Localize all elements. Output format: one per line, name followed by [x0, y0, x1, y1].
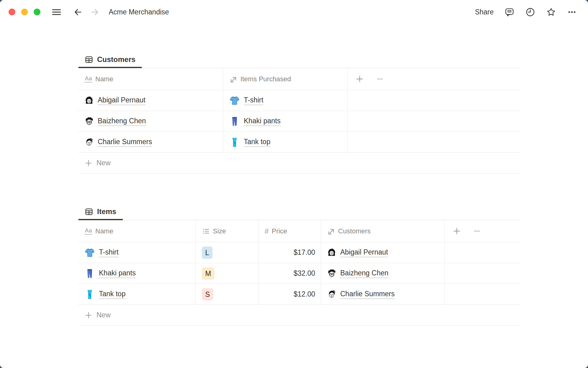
new-row-button[interactable]: New	[78, 305, 521, 326]
tank-top-emoji-icon	[85, 289, 95, 300]
tshirt-emoji-icon	[85, 247, 95, 258]
fullscreen-window-button[interactable]	[34, 9, 40, 15]
relation-link[interactable]: Baizheng Chen	[340, 269, 388, 278]
jeans-emoji-icon	[85, 268, 95, 279]
avatar-charlie-summers-icon	[327, 290, 336, 299]
page-link[interactable]: Abigail Pernaut	[98, 96, 145, 105]
empty-cell[interactable]	[348, 111, 521, 132]
price-cell[interactable]: $12.00	[258, 284, 321, 305]
new-row-button[interactable]: New	[78, 153, 521, 174]
forward-arrow-icon	[90, 7, 100, 17]
page-link[interactable]: Tank top	[99, 290, 126, 299]
name-cell[interactable]: Tank top	[78, 284, 196, 305]
column-label: Name	[95, 227, 113, 235]
name-cell[interactable]: Abigail Pernaut	[78, 90, 223, 111]
price-cell[interactable]: $17.00	[258, 242, 321, 263]
items-purchased-cell[interactable]: Tank top	[223, 132, 348, 152]
customers-cell[interactable]: Charlie Summers	[321, 284, 445, 305]
share-button[interactable]: Share	[475, 8, 494, 16]
back-arrow-icon	[73, 7, 83, 17]
size-cell[interactable]: L	[196, 242, 258, 263]
empty-cell[interactable]	[348, 132, 521, 152]
title-icon: Aa	[85, 75, 92, 82]
new-row-label: New	[96, 159, 111, 167]
avatar-baizheng-chen-icon	[327, 269, 336, 278]
relation-icon	[327, 227, 335, 235]
name-cell[interactable]: T-shirt	[78, 242, 196, 263]
empty-cell[interactable]	[445, 242, 521, 263]
table-row: T-shirt L $17.00 Abigail Pernaut	[78, 242, 521, 263]
table-options-ellipsis-icon[interactable]	[473, 227, 481, 235]
number-icon: #	[265, 227, 269, 236]
size-cell[interactable]: S	[196, 284, 258, 305]
column-header-size[interactable]: Size	[196, 220, 258, 242]
page-link[interactable]: Baizheng Chen	[98, 117, 146, 126]
column-header-items-purchased[interactable]: Items Purchased	[223, 68, 348, 90]
tshirt-emoji-icon	[229, 95, 240, 106]
back-button[interactable]	[73, 7, 83, 17]
name-cell[interactable]: Khaki pants	[78, 263, 196, 284]
customers-cell[interactable]: Abigail Pernaut	[321, 242, 445, 263]
page-title: Acme Merchandise	[109, 8, 169, 16]
title-icon: Aa	[85, 228, 92, 235]
avatar-baizheng-chen-icon	[85, 117, 94, 126]
table-view-icon	[85, 208, 93, 216]
favorite-button[interactable]	[546, 7, 556, 17]
column-label: Size	[213, 227, 226, 235]
page-content: Customers Aa Name Items Purchased	[0, 51, 588, 326]
empty-cell[interactable]	[445, 284, 521, 305]
relation-link[interactable]: Khaki pants	[244, 117, 281, 126]
plus-icon	[85, 159, 92, 167]
items-purchased-cell[interactable]: T-shirt	[223, 90, 348, 111]
relation-icon	[229, 75, 237, 83]
minimize-window-button[interactable]	[21, 9, 28, 15]
tab-customers-table-view[interactable]: Customers	[78, 51, 142, 68]
table-options-ellipsis-icon[interactable]	[376, 75, 384, 83]
updates-button[interactable]	[525, 7, 535, 17]
table-row: Abigail Pernaut T-shirt	[78, 90, 521, 111]
menu-icon	[51, 7, 62, 17]
page-link[interactable]: Charlie Summers	[98, 138, 152, 147]
column-header-name[interactable]: Aa Name	[78, 220, 196, 242]
add-property-plus-icon[interactable]	[356, 75, 364, 83]
relation-link[interactable]: Tank top	[244, 138, 270, 147]
more-ellipsis-icon	[567, 7, 577, 17]
topbar-actions: Share	[475, 7, 577, 17]
column-header-price[interactable]: # Price	[258, 220, 321, 242]
column-label: Price	[272, 227, 287, 235]
column-header-customers[interactable]: Customers	[321, 220, 445, 242]
comment-bubble-icon	[504, 7, 514, 17]
tab-label: Customers	[97, 55, 135, 64]
size-tag: S	[202, 288, 213, 301]
comments-button[interactable]	[504, 7, 514, 17]
table-row: Baizheng Chen Khaki pants	[78, 111, 521, 132]
jeans-emoji-icon	[229, 116, 240, 127]
select-icon	[202, 227, 210, 235]
items-purchased-cell[interactable]: Khaki pants	[223, 111, 348, 132]
new-row-label: New	[96, 311, 111, 319]
page-link[interactable]: T-shirt	[99, 248, 119, 257]
add-property-plus-icon[interactable]	[453, 227, 461, 235]
relation-link[interactable]: Abigail Pernaut	[340, 248, 388, 257]
size-cell[interactable]: M	[196, 263, 258, 284]
name-cell[interactable]: Charlie Summers	[78, 132, 223, 152]
empty-cell[interactable]	[348, 90, 521, 111]
forward-button[interactable]	[90, 7, 100, 17]
tab-items-table-view[interactable]: Items	[78, 203, 123, 220]
items-header-actions	[445, 220, 521, 242]
plus-icon	[85, 311, 92, 319]
relation-link[interactable]: Charlie Summers	[340, 290, 395, 299]
customers-header-row: Aa Name Items Purchased	[78, 68, 521, 90]
relation-link[interactable]: T-shirt	[244, 96, 263, 105]
customers-cell[interactable]: Baizheng Chen	[321, 263, 445, 284]
items-header-row: Aa Name Size # Price Customers	[78, 220, 521, 242]
empty-cell[interactable]	[445, 263, 521, 284]
more-options-button[interactable]	[567, 7, 577, 17]
column-header-name[interactable]: Aa Name	[78, 68, 223, 90]
price-cell[interactable]: $32.00	[258, 263, 321, 284]
page-link[interactable]: Khaki pants	[99, 269, 136, 278]
table-row: Charlie Summers Tank top	[78, 132, 521, 153]
close-window-button[interactable]	[9, 9, 15, 15]
name-cell[interactable]: Baizheng Chen	[78, 111, 223, 132]
sidebar-menu-button[interactable]	[51, 7, 62, 17]
